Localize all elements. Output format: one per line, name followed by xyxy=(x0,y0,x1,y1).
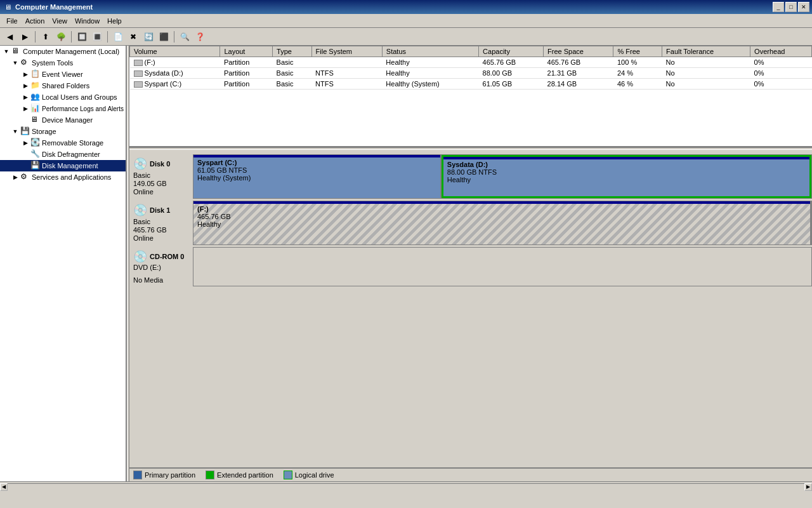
local-users-label: Local Users and Groups xyxy=(42,93,117,101)
toolbar-btn-4[interactable]: 🔳 xyxy=(90,30,104,44)
expand-shared-folders[interactable]: ▶ xyxy=(20,81,30,91)
expand-computer-management[interactable]: ▼ xyxy=(1,46,11,57)
minimize-button[interactable]: _ xyxy=(773,2,784,12)
col-type[interactable]: Type xyxy=(273,46,311,57)
right-panel: Volume Layout Type File System Status Ca… xyxy=(129,46,812,481)
scroll-right-button[interactable]: ▶ xyxy=(804,483,812,491)
col-layout[interactable]: Layout xyxy=(220,46,273,57)
delete-button[interactable]: ✖ xyxy=(126,30,140,44)
maximize-button[interactable]: □ xyxy=(785,2,797,12)
volume-cell-0-9: 0% xyxy=(750,57,812,68)
forward-button[interactable]: ▶ xyxy=(18,30,32,44)
disk-visual-area[interactable]: 💿 Disk 0 Basic 149.05 GB Online Syspart … xyxy=(129,150,812,467)
tree-item-local-users[interactable]: ▶ 👥 Local Users and Groups xyxy=(0,91,126,103)
volume-cell-1-2: Basic xyxy=(273,68,311,79)
menu-help[interactable]: Help xyxy=(103,16,126,26)
device-manager-icon: 🖥 xyxy=(30,115,41,125)
legend-logical: Logical drive xyxy=(284,471,334,479)
menu-view[interactable]: View xyxy=(48,16,71,26)
disk-0-icon: 💿 xyxy=(133,157,147,171)
tree-item-system-tools[interactable]: ▼ ⚙ System Tools xyxy=(0,57,126,69)
cdrom-0-area[interactable] xyxy=(193,247,812,286)
back-button[interactable]: ◀ xyxy=(3,30,16,44)
expand-perf-logs[interactable]: ▶ xyxy=(20,104,30,114)
device-manager-label: Device Manager xyxy=(42,116,93,124)
toolbar-btn-3[interactable]: 🔲 xyxy=(75,30,89,44)
volume-cell-2-3: NTFS xyxy=(311,79,382,90)
menu-action[interactable]: Action xyxy=(22,16,49,26)
new-window[interactable]: 📄 xyxy=(111,30,125,44)
col-status[interactable]: Status xyxy=(382,46,478,57)
partition-syspart[interactable]: Syspart (C:) 61.05 GB NTFS Healthy (Syst… xyxy=(193,155,442,198)
tree-item-event-viewer[interactable]: ▶ 📋 Event Viewer xyxy=(0,69,126,80)
tree-panel[interactable]: ▼ 🖥 Computer Management (Local) ▼ ⚙ Syst… xyxy=(0,46,127,481)
col-overhead[interactable]: Overhead xyxy=(750,46,812,57)
tree-item-services-apps[interactable]: ▶ ⚙ Services and Applications xyxy=(0,171,126,183)
partition-sysdata-status: Healthy xyxy=(447,176,806,184)
show-hide-tree[interactable]: 🌳 xyxy=(54,30,68,44)
disk-management-label: Disk Management xyxy=(42,162,98,170)
tree-item-disk-management[interactable]: 💾 Disk Management xyxy=(0,160,126,171)
toolbar-separator-2 xyxy=(71,31,72,43)
partition-f[interactable]: (F:) 465.76 GB Healthy xyxy=(193,201,811,244)
window-title: Computer Management xyxy=(15,3,93,11)
menu-bar: File Action View Window Help xyxy=(0,14,812,28)
menu-file[interactable]: File xyxy=(3,16,22,26)
volume-cell-2-8: No xyxy=(662,79,750,90)
volume-cell-2-2: Basic xyxy=(273,79,311,90)
col-faulttol[interactable]: Fault Tolerance xyxy=(662,46,750,57)
col-freespace[interactable]: Free Space xyxy=(544,46,613,57)
refresh-button[interactable]: ⬛ xyxy=(157,30,171,44)
expand-removable-storage[interactable]: ▶ xyxy=(20,138,30,148)
volume-row-2[interactable]: Syspart (C:)PartitionBasicNTFSHealthy (S… xyxy=(130,79,812,90)
expand-local-users[interactable]: ▶ xyxy=(20,92,30,102)
disk-1-type: Basic xyxy=(133,218,189,225)
properties-button[interactable]: 🔄 xyxy=(141,30,155,44)
partition-f-size: 465.76 GB xyxy=(197,213,806,220)
tree-item-device-manager[interactable]: 🖥 Device Manager xyxy=(0,114,126,126)
tree-item-removable-storage[interactable]: ▶ 💽 Removable Storage xyxy=(0,137,126,149)
partition-syspart-header xyxy=(193,155,440,157)
disk-0-partitions[interactable]: Syspart (C:) 61.05 GB NTFS Healthy (Syst… xyxy=(193,154,812,199)
scroll-left-button[interactable]: ◀ xyxy=(0,483,8,491)
col-pctfree[interactable]: % Free xyxy=(613,46,662,57)
disk-1-row: 💿 Disk 1 Basic 465.76 GB Online (F:) 465… xyxy=(129,201,812,245)
export-button[interactable]: 🔍 xyxy=(178,30,192,44)
col-capacity[interactable]: Capacity xyxy=(479,46,544,57)
status-bar: Primary partition Extended partition Log… xyxy=(129,467,812,481)
close-button[interactable]: ✕ xyxy=(798,2,809,12)
system-tools-icon: ⚙ xyxy=(20,58,30,68)
tree-item-shared-folders[interactable]: ▶ 📁 Shared Folders xyxy=(0,80,126,91)
hscroll-bar[interactable]: ◀ ▶ xyxy=(0,481,812,491)
hscroll-track[interactable] xyxy=(8,483,804,491)
expand-storage[interactable]: ▼ xyxy=(10,126,20,137)
expand-services-apps[interactable]: ▶ xyxy=(10,172,20,182)
volume-table-area[interactable]: Volume Layout Type File System Status Ca… xyxy=(129,46,812,147)
tree-item-disk-defrag[interactable]: 🔧 Disk Defragmenter xyxy=(0,149,126,160)
expand-system-tools[interactable]: ▼ xyxy=(10,58,20,68)
up-button[interactable]: ⬆ xyxy=(39,30,53,44)
tree-item-perf-logs[interactable]: ▶ 📊 Performance Logs and Alerts xyxy=(0,103,126,114)
volume-row-0[interactable]: (F:)PartitionBasicHealthy465.76 GB465.76… xyxy=(130,57,812,68)
expand-event-viewer[interactable]: ▶ xyxy=(20,69,30,79)
partition-syspart-status: Healthy (System) xyxy=(197,174,436,182)
menu-window[interactable]: Window xyxy=(71,16,103,26)
volume-cell-2-5: 61.05 GB xyxy=(479,79,544,90)
perf-logs-label: Performance Logs and Alerts xyxy=(42,105,124,112)
col-filesystem[interactable]: File System xyxy=(311,46,382,57)
cdrom-0-info: 💿 CD-ROM 0 DVD (E:) No Media xyxy=(129,247,193,286)
legend-extended-label: Extended partition xyxy=(217,471,273,479)
tree-item-computer-management[interactable]: ▼ 🖥 Computer Management (Local) xyxy=(0,46,126,57)
tree-item-storage[interactable]: ▼ 💾 Storage xyxy=(0,126,126,137)
disk-1-partitions[interactable]: (F:) 465.76 GB Healthy xyxy=(193,201,812,245)
partition-sysdata[interactable]: Sysdata (D:) 88.00 GB NTFS Healthy xyxy=(442,155,811,198)
volume-cell-0-5: 465.76 GB xyxy=(479,57,544,68)
volume-row-1[interactable]: Sysdata (D:)PartitionBasicNTFSHealthy88.… xyxy=(130,68,812,79)
col-volume[interactable]: Volume xyxy=(130,46,220,57)
shared-folders-label: Shared Folders xyxy=(42,82,89,90)
local-users-icon: 👥 xyxy=(30,92,41,102)
toolbar: ◀ ▶ ⬆ 🌳 🔲 🔳 📄 ✖ 🔄 ⬛ 🔍 ❓ xyxy=(0,28,812,46)
help-toolbar-button[interactable]: ❓ xyxy=(193,30,207,44)
perf-logs-icon: 📊 xyxy=(30,104,41,114)
partition-f-header xyxy=(193,201,810,204)
